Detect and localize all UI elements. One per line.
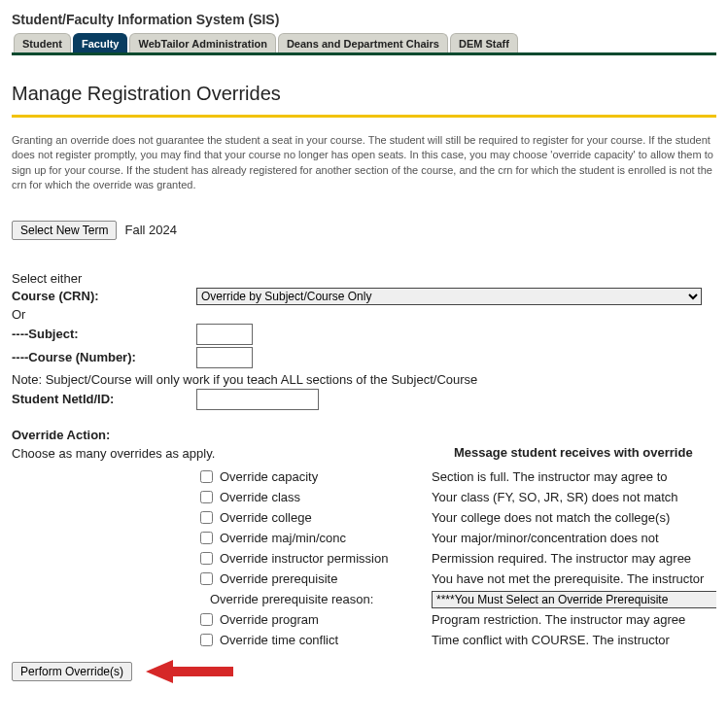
tab-student[interactable]: Student: [14, 33, 71, 52]
perform-overrides-button[interactable]: Perform Override(s): [12, 662, 132, 681]
override-capacity-label: Override capacity: [220, 469, 318, 484]
override-instructor-permission-label: Override instructor permission: [220, 551, 388, 566]
override-instructor-permission-checkbox[interactable]: [200, 552, 213, 565]
override-program-label: Override program: [220, 612, 319, 627]
msg-majminconc: Your major/minor/concentration does not: [432, 528, 716, 548]
tab-webtailor[interactable]: WebTailor Administration: [129, 33, 275, 52]
red-arrow-icon: [146, 658, 233, 685]
override-majminconc-label: Override maj/min/conc: [220, 531, 346, 545]
msg-program: Program restriction. The instructor may …: [432, 609, 716, 630]
intro-text: Granting an override does not guarantee …: [12, 133, 716, 193]
message-heading: Message student receives with override: [454, 442, 693, 463]
course-number-label: ----Course (Number):: [12, 350, 196, 364]
subject-course-note: Note: Subject/Course will only work if y…: [12, 372, 716, 387]
title-divider: [12, 115, 716, 118]
override-prerequisite-checkbox[interactable]: [200, 572, 213, 585]
msg-capacity: Section is full. The instructor may agre…: [432, 466, 716, 487]
msg-college: Your college does not match the college(…: [432, 507, 716, 528]
student-netid-input[interactable]: [196, 389, 319, 410]
override-action-heading: Override Action:: [12, 428, 716, 442]
svg-marker-0: [146, 660, 233, 683]
system-title: Student/Faculty Information System (SIS): [12, 12, 716, 27]
course-crn-label: Course (CRN):: [12, 289, 196, 303]
or-label: Or: [12, 307, 196, 322]
tab-faculty[interactable]: Faculty: [73, 33, 128, 52]
msg-instructor-permission: Permission required. The instructor may …: [432, 548, 716, 569]
override-prereq-reason-select[interactable]: ****You Must Select an Override Prerequi…: [432, 591, 716, 608]
tab-deans[interactable]: Deans and Department Chairs: [278, 33, 448, 52]
override-time-conflict-label: Override time conflict: [220, 633, 338, 647]
override-prerequisite-label: Override prerequisite: [220, 571, 337, 586]
select-new-term-button[interactable]: Select New Term: [12, 221, 117, 240]
page-title: Manage Registration Overrides: [12, 83, 716, 105]
msg-time-conflict: Time conflict with COURSE. The instructo…: [432, 630, 716, 650]
tab-bar: Student Faculty WebTailor Administration…: [12, 33, 716, 55]
override-time-conflict-checkbox[interactable]: [200, 634, 213, 646]
subject-input[interactable]: [196, 324, 253, 345]
course-number-input[interactable]: [196, 347, 253, 368]
current-term-label: Fall 2024: [124, 223, 176, 237]
course-crn-select[interactable]: Override by Subject/Course Only: [196, 288, 702, 305]
override-prereq-reason-label: Override prerequisite reason:: [196, 592, 373, 606]
msg-class: Your class (FY, SO, JR, SR) does not mat…: [432, 487, 716, 507]
override-class-checkbox[interactable]: [200, 491, 213, 503]
override-program-checkbox[interactable]: [200, 613, 213, 626]
override-college-label: Override college: [220, 510, 312, 525]
override-capacity-checkbox[interactable]: [200, 470, 213, 483]
tab-dem-staff[interactable]: DEM Staff: [450, 33, 518, 52]
choose-many-label: Choose as many overrides as apply.: [12, 446, 454, 461]
student-netid-label: Student NetId/ID:: [12, 392, 196, 406]
msg-prerequisite: You have not met the prerequisite. The i…: [432, 569, 716, 589]
subject-label: ----Subject:: [12, 327, 196, 341]
override-class-label: Override class: [220, 490, 300, 504]
select-either-label: Select either: [12, 271, 716, 286]
override-majminconc-checkbox[interactable]: [200, 532, 213, 544]
override-college-checkbox[interactable]: [200, 511, 213, 524]
